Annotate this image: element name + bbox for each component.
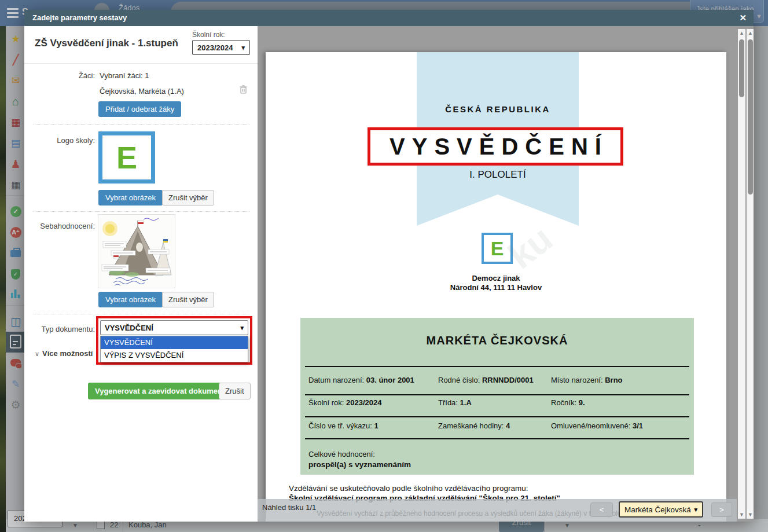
program-intro: Vzdělávání se uskutečňovalo podle školní… <box>289 484 528 493</box>
add-remove-pupils-button[interactable]: Přidat / odebrat žáky <box>98 101 181 117</box>
report-parameters-modal: Zadejte parametry sestavy ✕ ZŠ Vysvědčen… <box>24 10 754 522</box>
option-vypis[interactable]: VÝPIS Z VYSVĚDČENÍ <box>101 349 248 362</box>
annotation-box-document-type: VYSVĚDČENÍ ▾ VYSVĚDČENÍ VÝPIS Z VYSVĚDČE… <box>96 316 252 365</box>
scroll-down-icon[interactable]: ▼ <box>738 512 745 518</box>
pupils-label: Žáci: <box>24 71 95 80</box>
modal-title: Zadejte parametry sestavy <box>32 13 127 22</box>
school-year-select[interactable]: 2023/2024 ▾ <box>192 40 250 55</box>
school-address: Národní 44, 111 11 Havlov <box>266 283 726 292</box>
generate-documents-button[interactable]: Vygenerovat a zaevidovat dokumenty <box>88 383 236 399</box>
student-data-table: MARKÉTA ČEJKOVSKÁ Datum narození: 03. ún… <box>300 318 694 475</box>
chevron-down-icon: ▾ <box>241 44 245 52</box>
overall-result-value: prospěl(a) s vyznamenáním <box>308 460 411 469</box>
logo-choose-image-button[interactable]: Vybrat obrázek <box>98 190 163 206</box>
document-type-select[interactable]: VYSVĚDČENÍ ▾ <box>100 320 248 335</box>
assessment-clear-selection-button[interactable]: Zrušit výběr <box>162 292 214 307</box>
page-scrollbar-thumb[interactable] <box>748 39 753 195</box>
print-preview-pane: ČESKÁ REPUBLIKA VYSVĚDČENÍ I. POLOLETÍ E… <box>258 26 754 522</box>
preview-scrollbar[interactable]: ▲ ▼ <box>738 29 745 519</box>
selected-pupils-count: Vybraní žáci: 1 <box>100 71 149 80</box>
close-icon[interactable]: ✕ <box>739 13 747 23</box>
annotation-box-title: VYSVĚDČENÍ <box>368 127 623 166</box>
overall-result-label: Celkové hodnocení: <box>308 450 375 458</box>
preview-toolbar: Náhled tisku 1/1 < Markéta Čejkovská ▾ > <box>258 499 737 522</box>
chevron-down-icon: ▾ <box>240 324 244 332</box>
school-year-label: Školní rok: <box>192 31 225 39</box>
document-title: VYSVĚDČENÍ <box>383 134 608 160</box>
expander-icon: ∨ <box>35 350 39 357</box>
student-name-heading: MARKÉTA ČEJKOVSKÁ <box>300 334 694 347</box>
logo-clear-selection-button[interactable]: Zrušit výběr <box>162 190 214 206</box>
report-card-page: ČESKÁ REPUBLIKA VYSVĚDČENÍ I. POLOLETÍ E… <box>266 52 726 522</box>
modal-header: Zadejte parametry sestavy ✕ <box>24 10 754 26</box>
school-logo-label: Logo školy: <box>24 136 95 145</box>
previous-student-button[interactable]: < <box>590 502 613 517</box>
application-window: S Žádos Jste přihlášen jako ▼ ★ Ú ╱ F ✉ … <box>0 0 768 532</box>
scroll-down-icon[interactable]: ▼ <box>747 512 754 518</box>
option-vysvedceni[interactable]: VYSVĚDČENÍ <box>101 336 248 349</box>
document-type-options: VYSVĚDČENÍ VÝPIS Z VYSVĚDČENÍ <box>100 336 248 362</box>
selected-pupil-name: Čejkovská, Markéta (1.A) <box>100 87 184 96</box>
scroll-up-icon[interactable]: ▲ <box>738 30 745 36</box>
scroll-up-icon[interactable]: ▲ <box>747 30 754 36</box>
student-select[interactable]: Markéta Čejkovská ▾ <box>619 501 703 518</box>
school-logo-image: E <box>98 131 155 184</box>
page-scrollbar[interactable]: ▲ ▼ <box>747 29 754 519</box>
cancel-button[interactable]: Zrušit <box>219 383 251 399</box>
self-assessment-label: Sebahodnocení: <box>24 222 95 230</box>
school-name: Democz jinak <box>266 274 726 282</box>
watermark: ku <box>500 217 560 277</box>
next-student-button[interactable]: > <box>711 502 732 517</box>
chevron-down-icon: ▾ <box>694 506 697 513</box>
preview-scrollbar-thumb[interactable] <box>739 39 744 97</box>
print-preview-label: Náhled tisku 1/1 <box>262 503 316 512</box>
assessment-choose-image-button[interactable]: Vybrat obrázek <box>98 292 163 307</box>
country-heading: ČESKÁ REPUBLIKA <box>417 104 579 114</box>
self-assessment-image <box>98 215 175 288</box>
document-type-label: Typ dokumentu: <box>24 325 95 333</box>
trash-icon[interactable] <box>240 85 247 96</box>
more-options-toggle[interactable]: ∨Více možností <box>35 349 93 358</box>
report-title: ZŠ Vysvědčení jinak - 1.stupeň <box>35 38 178 49</box>
semester-label: I. POLOLETÍ <box>417 169 579 181</box>
report-form-panel: ZŠ Vysvědčení jinak - 1.stupeň Školní ro… <box>24 26 258 522</box>
